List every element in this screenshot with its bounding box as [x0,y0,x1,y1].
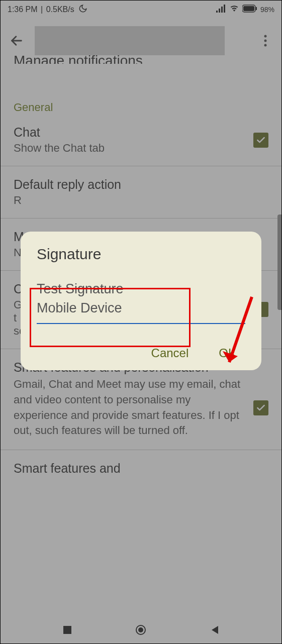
nav-recent-icon[interactable] [62,625,72,637]
cancel-button[interactable]: Cancel [151,346,189,360]
nav-back-icon[interactable] [210,625,220,637]
truncated-previous-row: Manage notifications [1,53,281,64]
input-underline [37,323,245,324]
header-redacted [35,26,225,55]
wifi-icon [229,5,239,15]
svg-rect-0 [216,11,218,13]
setting-default-reply[interactable]: Default reply action R [1,166,281,218]
setting-subtitle: Gmail, Chat and Meet may use my email, c… [14,377,245,439]
status-speed: 0.5KB/s [46,5,74,14]
dialog-title: Signature [37,246,245,263]
navigation-bar [1,618,281,643]
battery-percent: 98% [260,6,274,14]
svg-marker-16 [212,626,218,634]
setting-title: Default reply action [14,177,121,192]
svg-rect-3 [224,5,225,13]
signature-dialog: Signature Cancel OK [21,232,261,370]
setting-chat[interactable]: Chat Show the Chat tab [1,114,281,166]
svg-rect-5 [243,6,254,11]
back-button[interactable] [7,31,27,51]
ok-button[interactable]: OK [219,346,236,360]
svg-point-9 [264,40,267,42]
signature-input[interactable] [37,280,245,320]
status-time: 1:36 PM [8,5,38,14]
svg-point-15 [138,627,143,632]
signal-icon [216,5,226,15]
svg-rect-13 [63,626,71,634]
section-header-general: General [1,71,281,114]
nav-home-icon[interactable] [135,624,146,637]
setting-title: Smart features and [14,461,121,476]
svg-rect-2 [221,7,223,13]
status-separator: | [39,5,45,14]
setting-bottom-row[interactable]: Smart features and [1,450,281,478]
setting-subtitle: R [14,194,121,207]
svg-rect-6 [256,7,257,10]
battery-icon [242,5,257,15]
chat-checkbox[interactable] [253,133,268,148]
svg-point-8 [264,35,267,38]
svg-point-10 [264,44,267,47]
status-bar: 1:36 PM | 0.5KB/s 98% [1,1,281,19]
dnd-icon [78,4,87,15]
smart-checkbox[interactable] [253,400,268,415]
svg-rect-1 [219,9,220,13]
more-options-button[interactable] [255,31,275,51]
scroll-indicator[interactable] [277,214,281,310]
setting-subtitle: Show the Chat tab [14,142,105,155]
setting-title: Chat [14,125,105,140]
